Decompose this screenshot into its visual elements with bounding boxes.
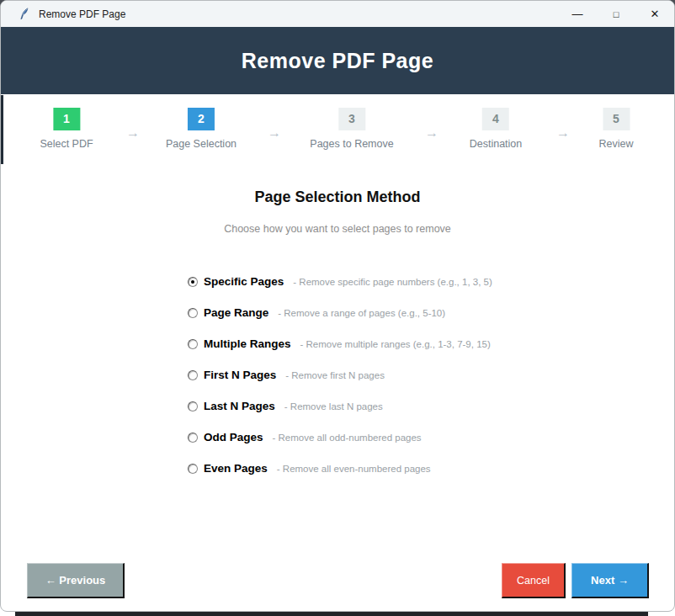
step-select-pdf: 1Select PDF bbox=[40, 108, 93, 150]
option-page-range[interactable]: Page Range- Remove a range of pages (e.g… bbox=[188, 297, 492, 328]
step-number-badge: 2 bbox=[188, 108, 215, 130]
close-button[interactable]: ✕ bbox=[635, 1, 674, 27]
step-number-badge: 3 bbox=[338, 108, 365, 130]
step-number-badge: 1 bbox=[53, 108, 80, 130]
option-label: Multiple Ranges bbox=[204, 337, 291, 350]
radio-button-icon[interactable] bbox=[188, 370, 198, 380]
step-arrow-icon: → bbox=[126, 125, 140, 141]
feather-app-icon bbox=[19, 8, 30, 20]
option-description: - Remove specific page numbers (e.g., 1,… bbox=[293, 277, 492, 287]
radio-button-icon[interactable] bbox=[188, 464, 198, 474]
option-label: Page Range bbox=[204, 306, 268, 319]
cancel-button[interactable]: Cancel bbox=[502, 563, 566, 598]
radio-button-icon[interactable] bbox=[188, 339, 198, 349]
option-description: - Remove first N pages bbox=[285, 370, 385, 380]
option-description: - Remove last N pages bbox=[284, 401, 383, 412]
option-label: Odd Pages bbox=[204, 431, 263, 443]
radio-button-icon[interactable] bbox=[188, 401, 198, 412]
option-label: Specific Pages bbox=[204, 275, 284, 288]
section-heading: Page Selection Method bbox=[1, 189, 674, 206]
step-label: Page Selection bbox=[166, 138, 237, 150]
desktop-background: Remove PDF Page — □ ✕ Remove PDF Page 1S… bbox=[0, 0, 675, 616]
option-description: - Remove all odd-numbered pages bbox=[273, 433, 422, 443]
step-label: Pages to Remove bbox=[310, 138, 393, 150]
option-first-n-pages[interactable]: First N Pages- Remove first N pages bbox=[188, 359, 492, 390]
step-label: Review bbox=[599, 138, 634, 150]
step-number-badge: 4 bbox=[482, 108, 509, 130]
next-button[interactable]: Next → bbox=[571, 563, 649, 598]
minimize-button[interactable]: — bbox=[558, 1, 597, 27]
step-page-selection: 2Page Selection bbox=[166, 108, 237, 150]
maximize-button[interactable]: □ bbox=[597, 1, 635, 27]
previous-button[interactable]: ← Previous bbox=[27, 563, 125, 598]
step-arrow-icon: → bbox=[556, 125, 570, 141]
option-label: First N Pages bbox=[204, 369, 276, 381]
window-controls: — □ ✕ bbox=[558, 1, 674, 27]
radio-button-icon[interactable] bbox=[188, 308, 198, 318]
option-description: - Remove all even-numbered pages bbox=[277, 464, 431, 474]
app-header: Remove PDF Page bbox=[1, 27, 674, 94]
option-multiple-ranges[interactable]: Multiple Ranges- Remove multiple ranges … bbox=[188, 328, 492, 359]
step-arrow-icon: → bbox=[268, 125, 281, 141]
step-arrow-icon: → bbox=[425, 125, 438, 141]
option-description: - Remove a range of pages (e.g., 5-10) bbox=[278, 308, 445, 318]
options-list: Specific Pages- Remove specific page num… bbox=[188, 266, 492, 484]
left-edge-artifact bbox=[1, 95, 3, 164]
step-number-badge: 5 bbox=[603, 108, 630, 130]
step-indicator: 1Select PDF→2Page Selection→3Pages to Re… bbox=[1, 94, 674, 165]
radio-button-icon[interactable] bbox=[188, 277, 198, 287]
step-label: Select PDF bbox=[40, 138, 93, 150]
step-destination: 4Destination bbox=[470, 108, 523, 150]
step-review: 5Review bbox=[599, 108, 634, 150]
title-bar: Remove PDF Page — □ ✕ bbox=[1, 1, 674, 27]
option-last-n-pages[interactable]: Last N Pages- Remove last N pages bbox=[188, 390, 492, 422]
page-title: Remove PDF Page bbox=[242, 49, 433, 73]
step-label: Destination bbox=[470, 138, 523, 150]
step-pages-to-remove: 3Pages to Remove bbox=[310, 108, 393, 150]
window-title: Remove PDF Page bbox=[39, 8, 125, 20]
option-even-pages[interactable]: Even Pages- Remove all even-numbered pag… bbox=[188, 453, 492, 484]
option-description: - Remove multiple ranges (e.g., 1-3, 7-9… bbox=[300, 339, 491, 349]
option-specific-pages[interactable]: Specific Pages- Remove specific page num… bbox=[188, 266, 492, 297]
option-label: Even Pages bbox=[204, 462, 268, 475]
option-label: Last N Pages bbox=[204, 400, 275, 412]
section-subheading: Choose how you want to select pages to r… bbox=[1, 223, 674, 235]
app-window: Remove PDF Page — □ ✕ Remove PDF Page 1S… bbox=[0, 0, 675, 612]
option-odd-pages[interactable]: Odd Pages- Remove all odd-numbered pages bbox=[188, 422, 492, 453]
radio-button-icon[interactable] bbox=[188, 433, 198, 443]
